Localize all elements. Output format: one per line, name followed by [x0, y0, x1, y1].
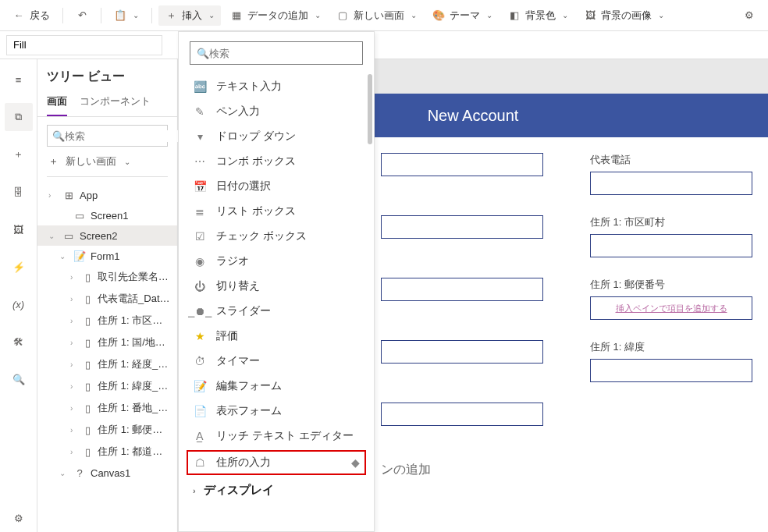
field-label-city: 住所 1: 市区町村: [590, 215, 752, 229]
tree-search-input[interactable]: [65, 130, 196, 142]
tree-node-card[interactable]: ›▯住所 1: 国/地域_D…: [37, 332, 177, 353]
caret-icon: ›: [70, 317, 78, 325]
field-input-postal[interactable]: 挿入ペインで項目を追加する: [590, 296, 752, 320]
insert-item-display-form[interactable]: 📄表示フォーム: [179, 399, 374, 424]
property-selector[interactable]: [6, 35, 162, 55]
field-input-phone[interactable]: [590, 172, 752, 195]
rail-hamburger[interactable]: ≡: [5, 66, 33, 94]
field-input-left5[interactable]: [381, 403, 543, 426]
form-icon: 📝: [73, 250, 86, 262]
insert-item-text-input[interactable]: 🔤テキスト入力: [179, 74, 374, 99]
insert-item-dropdown[interactable]: ▾ドロップ ダウン: [179, 124, 374, 149]
insert-section-display[interactable]: › ディスプレイ: [179, 477, 374, 504]
insert-item-pen-input[interactable]: ✎ペン入力: [179, 99, 374, 124]
tree-node-card[interactable]: ›▯住所 1: 番地_Data…: [37, 397, 177, 419]
insert-item-edit-form[interactable]: 📝編集フォーム: [179, 374, 374, 399]
insert-item-checkbox[interactable]: ☑チェック ボックス: [179, 224, 374, 249]
field-input-left4[interactable]: [381, 340, 543, 364]
new-screen-button[interactable]: ▢ 新しい画面 ⌄: [330, 5, 423, 26]
field-input-left2[interactable]: [381, 215, 543, 239]
tree-node-card[interactable]: ›▯住所 1: 経度_Data…: [37, 353, 177, 375]
insert-item-slider[interactable]: ⎯⏺⎯スライダー: [179, 299, 374, 324]
bg-color-button[interactable]: ◧ 背景色 ⌄: [502, 5, 574, 26]
insert-item-timer[interactable]: ⏱タイマー: [179, 349, 374, 374]
search-icon: 🔍: [197, 47, 209, 59]
tree-node-screen2[interactable]: ⌄▭Screen2: [37, 225, 177, 246]
tree-node-card[interactable]: ›▯取引先企業名_Dat…: [37, 266, 177, 288]
undo-button[interactable]: ↶: [69, 6, 94, 25]
insert-item-combobox[interactable]: ⋯コンボ ボックス: [179, 149, 374, 174]
tree-search[interactable]: 🔍: [47, 125, 168, 147]
combobox-icon: ⋯: [193, 154, 207, 168]
insert-item-toggle[interactable]: ⏻切り替え: [179, 274, 374, 299]
chevron-down-icon: ⌄: [133, 11, 139, 20]
rail-tools[interactable]: 🛠: [5, 328, 33, 356]
scrollbar-thumb[interactable]: [368, 74, 372, 144]
field-input-lat[interactable]: [590, 359, 752, 382]
back-button[interactable]: ← 戻る: [6, 5, 56, 26]
tree-node-card[interactable]: ›▯代表電話_DataCa…: [37, 288, 177, 310]
tab-components[interactable]: コンポーネント: [80, 94, 151, 116]
fill-icon: ◧: [508, 9, 521, 22]
pen-icon: ✎: [193, 105, 207, 119]
bg-image-button[interactable]: 🖼 背景の画像 ⌄: [578, 5, 670, 26]
rail-data[interactable]: 🗄: [5, 178, 33, 206]
insert-search[interactable]: 🔍: [190, 41, 363, 65]
theme-button[interactable]: 🎨 テーマ ⌄: [426, 5, 499, 26]
rail-media[interactable]: 🖼: [5, 215, 33, 243]
card-icon: ▯: [83, 402, 93, 414]
tree-node-card[interactable]: ›▯住所 1: 都道府県_…: [37, 441, 177, 463]
tree-node-card[interactable]: ›▯住所 1: 郵便番号_…: [37, 419, 177, 441]
caret-icon: ›: [70, 360, 78, 369]
form-title: New Account: [428, 107, 519, 125]
caret-icon: ›: [70, 339, 78, 347]
rail-flows[interactable]: ⚡: [5, 253, 33, 281]
insert-search-input[interactable]: [209, 48, 356, 59]
add-data-button[interactable]: ▦ データの追加 ⌄: [224, 5, 327, 26]
rail-insert[interactable]: ＋: [5, 140, 33, 168]
tab-screens[interactable]: 画面: [47, 94, 67, 116]
tree-node-canvas1[interactable]: ⌄?Canvas1: [37, 463, 177, 483]
field-input-left3[interactable]: [381, 278, 543, 301]
settings-button[interactable]: ⚙: [737, 6, 762, 25]
app-icon: ⊞: [62, 189, 75, 201]
insert-button[interactable]: ＋ 挿入 ⌄: [158, 5, 221, 26]
insert-item-listbox[interactable]: ≣リスト ボックス: [179, 199, 374, 224]
screen-icon: ▢: [336, 9, 349, 22]
insert-item-address-input[interactable]: ☖ 住所の入力 ◆: [187, 450, 366, 475]
tree-node-screen1[interactable]: ▭Screen1: [37, 205, 177, 225]
separator: [101, 8, 101, 23]
edit-form-icon: 📝: [193, 379, 207, 393]
insert-dropdown: 🔍 🔤テキスト入力 ✎ペン入力 ▾ドロップ ダウン ⋯コンボ ボックス 📅日付の…: [178, 31, 375, 532]
tree-node-app[interactable]: ›⊞App: [37, 185, 177, 205]
chevron-down-icon: ⌄: [315, 11, 321, 20]
rail-settings[interactable]: ⚙: [5, 504, 33, 532]
rail-tree-view[interactable]: ⧉: [5, 103, 33, 131]
rich-text-icon: A̲: [193, 429, 207, 443]
rail-search[interactable]: 🔍: [5, 365, 33, 393]
insert-item-datepicker[interactable]: 📅日付の選択: [179, 174, 374, 199]
calendar-icon: 📅: [193, 179, 207, 193]
insert-item-rating[interactable]: ★評価: [179, 324, 374, 349]
add-field-hint[interactable]: 挿入ペインで項目を追加する: [591, 297, 752, 319]
premium-icon: ◆: [351, 456, 360, 469]
gear-icon: ⚙: [743, 9, 756, 22]
bg-color-label: 背景色: [525, 9, 556, 23]
data-icon: ▦: [230, 9, 243, 22]
tree-node-card[interactable]: ›▯住所 1: 市区町村_…: [37, 310, 177, 332]
tree-node-card[interactable]: ›▯住所 1: 緯度_Data…: [37, 375, 177, 397]
field-input-left1[interactable]: [381, 153, 543, 176]
caret-icon: ›: [193, 486, 196, 495]
insert-item-radio[interactable]: ◉ラジオ: [179, 249, 374, 274]
new-screen-button[interactable]: ＋ 新しい画面 ⌄: [47, 154, 168, 177]
field-label-lat: 住所 1: 緯度: [590, 340, 752, 354]
rail-variables[interactable]: (x): [5, 290, 33, 318]
tree-node-form1[interactable]: ⌄📝Form1: [37, 246, 177, 266]
new-screen-label: 新しい画面: [354, 9, 404, 23]
caret-icon: ›: [48, 191, 58, 200]
caret-down-icon: ⌄: [59, 252, 69, 261]
paste-button[interactable]: 📋⌄: [108, 6, 145, 25]
insert-item-rich-text[interactable]: A̲リッチ テキスト エディター: [179, 424, 374, 449]
field-input-city[interactable]: [590, 234, 752, 257]
text-input-icon: 🔤: [193, 80, 207, 94]
